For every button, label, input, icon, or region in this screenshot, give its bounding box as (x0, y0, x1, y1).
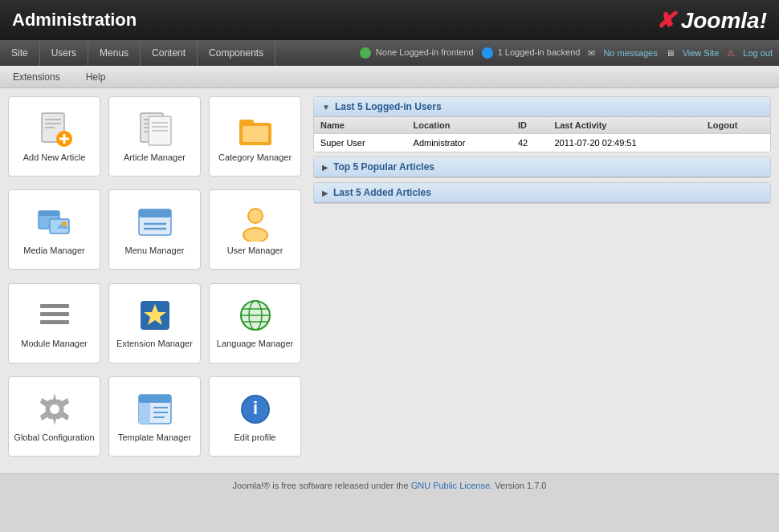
svg-rect-47 (139, 403, 150, 424)
extension-manager-button[interactable]: Extension Manager (108, 283, 201, 363)
frontend-status-icon (360, 47, 371, 59)
logout-link[interactable]: Log out (743, 48, 773, 58)
subnav: Extensions Help (0, 66, 779, 88)
table-row: Super User Administrator 42 2011-07-20 0… (314, 134, 770, 152)
edit-profile-icon: i (236, 390, 275, 428)
svg-rect-18 (243, 126, 268, 142)
none-logged-frontend: None Logged-in frontend (360, 47, 474, 59)
user-location: Administrator (407, 134, 512, 152)
add-new-article-label: Add New Article (23, 152, 86, 163)
menu-manager-label: Menu Manager (125, 245, 185, 256)
user-id: 42 (512, 134, 549, 152)
language-manager-button[interactable]: Language Manager (209, 283, 301, 363)
admin-title: Administration (12, 10, 137, 30)
col-location: Location (407, 117, 512, 134)
main-content: Add New Article (0, 88, 779, 473)
nav-components[interactable]: Components (198, 40, 275, 66)
user-last-activity: 2011-07-20 02:49:51 (548, 134, 701, 152)
template-manager-label: Template Manager (118, 432, 191, 443)
media-manager-icon (35, 203, 74, 242)
module-manager-button[interactable]: Module Manager (8, 283, 100, 363)
right-panel: ▼ Last 5 Logged-in Users Name Location I… (313, 96, 771, 465)
added-articles-title: Last 5 Added Articles (333, 187, 431, 198)
global-configuration-label: Global Configuration (14, 432, 94, 443)
logged-in-users-header[interactable]: ▼ Last 5 Logged-in Users (314, 97, 770, 117)
popular-articles-panel: ▶ Top 5 Popular Articles (313, 156, 771, 178)
gnu-license-link[interactable]: GNU Public License. (411, 481, 493, 490)
user-logout[interactable] (701, 134, 770, 152)
svg-rect-34 (40, 320, 69, 324)
col-id: ID (512, 117, 549, 134)
backend-status-icon (482, 47, 493, 59)
user-name: Super User (314, 134, 407, 152)
svg-rect-20 (39, 211, 59, 216)
icon-grid: Add New Article (8, 96, 305, 465)
svg-text:i: i (252, 398, 257, 418)
menu-manager-icon (136, 203, 174, 242)
no-messages-link[interactable]: No messages (603, 48, 657, 58)
module-manager-label: Module Manager (21, 338, 88, 349)
svg-point-23 (62, 221, 67, 226)
user-manager-icon (236, 203, 275, 242)
svg-point-44 (50, 404, 59, 414)
subnav-help[interactable]: Help (73, 66, 119, 87)
svg-rect-17 (239, 120, 254, 126)
user-manager-button[interactable]: User Manager (209, 189, 301, 270)
add-new-article-button[interactable]: Add New Article (8, 96, 100, 177)
template-manager-button[interactable]: Template Manager (108, 376, 201, 457)
nav-site[interactable]: Site (0, 40, 40, 66)
col-last-activity: Last Activity (548, 117, 701, 134)
popular-articles-title: Top 5 Popular Articles (333, 161, 434, 173)
extension-manager-label: Extension Manager (116, 338, 193, 349)
category-manager-icon (236, 110, 275, 148)
subnav-extensions[interactable]: Extensions (0, 66, 73, 87)
category-manager-button[interactable]: Category Manager (209, 96, 301, 177)
user-manager-label: User Manager (227, 245, 283, 256)
language-manager-label: Language Manager (217, 338, 293, 349)
footer-version: Version 1.7.0 (492, 481, 546, 490)
svg-rect-33 (40, 312, 69, 316)
article-manager-button[interactable]: Article Manager (108, 96, 201, 177)
col-name: Name (314, 117, 407, 134)
added-articles-arrow-icon: ▶ (322, 189, 328, 197)
footer-text1: Joomla!® is free software released under… (233, 481, 411, 490)
svg-point-31 (244, 229, 267, 242)
col-logout: Logout (701, 117, 770, 134)
svg-rect-46 (139, 395, 171, 403)
logged-in-users-table: Name Location ID Last Activity Logout Su… (314, 117, 770, 152)
module-manager-icon (35, 296, 74, 335)
joomla-logo: ✘ Joomla! (656, 7, 767, 34)
svg-rect-32 (40, 304, 69, 308)
global-configuration-button[interactable]: Global Configuration (8, 376, 100, 457)
view-site-icon: 🖥 (666, 48, 675, 58)
media-manager-label: Media Manager (23, 245, 84, 256)
article-manager-label: Article Manager (124, 152, 186, 163)
template-manager-icon (136, 390, 174, 428)
logout-icon: ⚠ (727, 48, 735, 59)
nav-menus[interactable]: Menus (88, 40, 141, 66)
messages-icon: ✉ (588, 48, 595, 59)
footer: Joomla!® is free software released under… (0, 473, 779, 497)
logged-in-arrow-icon: ▼ (322, 103, 330, 112)
popular-articles-arrow-icon: ▶ (322, 163, 328, 172)
nav-content[interactable]: Content (141, 40, 198, 66)
nav-users[interactable]: Users (40, 40, 88, 66)
edit-profile-label: Edit profile (235, 432, 276, 443)
menu-manager-button[interactable]: Menu Manager (108, 189, 201, 270)
global-configuration-icon (35, 390, 74, 428)
article-manager-icon (136, 110, 174, 148)
added-articles-panel: ▶ Last 5 Added Articles (313, 182, 771, 204)
category-manager-label: Category Manager (218, 152, 292, 163)
popular-articles-header[interactable]: ▶ Top 5 Popular Articles (314, 157, 770, 177)
add-new-article-icon (35, 110, 74, 148)
view-site-link[interactable]: View Site (683, 48, 720, 58)
language-manager-icon (236, 296, 275, 335)
navbar-status: None Logged-in frontend 1 Logged-in back… (353, 40, 779, 66)
logged-in-users-panel: ▼ Last 5 Logged-in Users Name Location I… (313, 96, 771, 152)
added-articles-header[interactable]: ▶ Last 5 Added Articles (314, 183, 770, 203)
svg-rect-25 (139, 209, 171, 217)
main-navbar: Site Users Menus Content Components None… (0, 40, 779, 66)
header: Administration ✘ Joomla! (0, 0, 779, 40)
media-manager-button[interactable]: Media Manager (8, 189, 100, 270)
edit-profile-button[interactable]: i Edit profile (209, 376, 301, 457)
